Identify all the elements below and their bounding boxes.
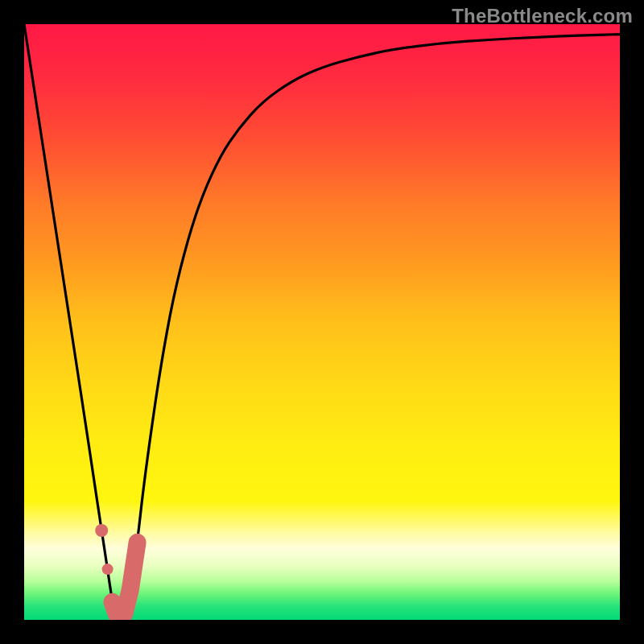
plot-area [24,24,620,620]
marker-dot-1 [95,524,108,537]
curve-layer [24,24,620,620]
marker-dot-2 [102,564,114,575]
watermark-text: TheBottleneck.com [452,5,633,27]
bottleneck-curve [24,24,620,618]
marker-segment [113,543,138,620]
chart-frame: TheBottleneck.com [0,0,644,644]
